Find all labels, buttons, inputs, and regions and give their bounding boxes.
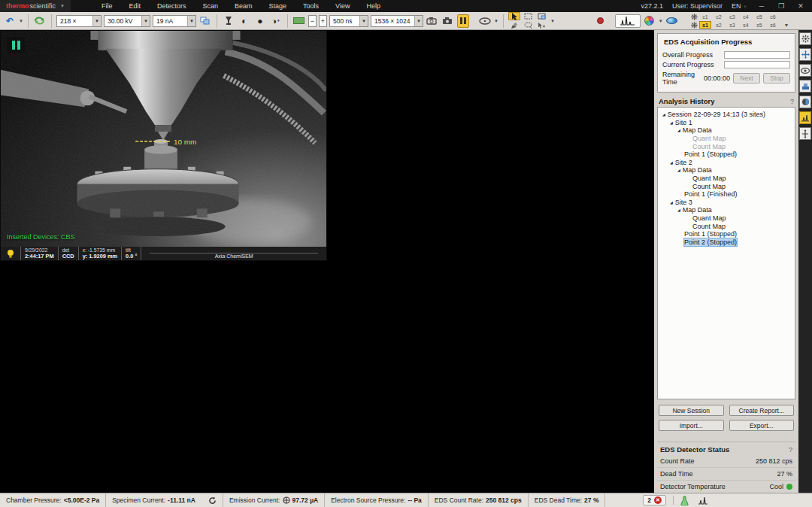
chamber-camera-image[interactable]: 10 mm	[1, 31, 326, 247]
tree-item-quantmap[interactable]: Quant Map	[659, 214, 793, 223]
menu-help[interactable]: Help	[358, 0, 389, 12]
eds-spectrum-button[interactable]	[615, 14, 641, 28]
error-counter[interactable]: 2 ✕	[643, 495, 666, 505]
high-voltage-dropdown[interactable]: 30.00 kV▼	[104, 15, 150, 27]
new-session-button[interactable]: New Session	[659, 405, 724, 416]
tree-item-site1[interactable]: ◢Site 1	[659, 119, 793, 127]
chevron-down-icon[interactable]: ▼	[550, 19, 555, 23]
annotation-tool-icon[interactable]	[508, 21, 520, 29]
chevron-down-icon[interactable]: ▼	[494, 19, 498, 23]
stage-position-icon[interactable]	[799, 80, 811, 93]
menu-beam[interactable]: Beam	[226, 0, 261, 12]
create-report-button[interactable]: Create Report...	[729, 405, 795, 416]
preset-c2[interactable]: c2	[713, 13, 725, 20]
tree-item-mapdata[interactable]: ◢Map Data	[659, 126, 793, 135]
sample-cleanliness-icon[interactable]	[676, 493, 693, 507]
minimize-button[interactable]: ─	[756, 2, 767, 10]
beam-alignment-icon[interactable]	[799, 127, 811, 140]
beam-current-dropdown[interactable]: 19 nA▼	[153, 15, 196, 27]
menu-scan[interactable]: Scan	[195, 0, 227, 12]
preset-c1[interactable]: c1	[699, 13, 711, 20]
data-storage-icon[interactable]	[478, 14, 492, 28]
brightness-icon[interactable]: ●	[253, 14, 267, 28]
chevron-down-icon[interactable]: ▼	[780, 21, 792, 29]
menu-stage[interactable]: Stage	[261, 0, 295, 12]
refresh-icon[interactable]	[208, 496, 217, 505]
dwell-minus-button[interactable]: −	[308, 15, 317, 27]
snapshot-icon[interactable]	[441, 14, 455, 28]
eye-navigation-icon[interactable]	[799, 64, 811, 77]
preset-c6[interactable]: c6	[767, 13, 779, 20]
preset-s2[interactable]: s2	[713, 21, 725, 29]
preset-c4[interactable]: c4	[740, 13, 752, 20]
current-progress-bar	[724, 61, 790, 68]
tree-item-quantmap[interactable]: Quant Map	[659, 175, 793, 183]
import-button[interactable]: Import...	[659, 420, 724, 431]
eds-spectrum-panel-icon[interactable]	[799, 111, 811, 124]
language-select[interactable]: EN ▼	[732, 2, 747, 10]
scan-preset-icon[interactable]	[292, 14, 306, 28]
thermoscientific-logo[interactable]: thermo scientific ▼	[0, 0, 71, 12]
videoscope-icon[interactable]	[426, 14, 439, 28]
tree-item-session[interactable]: ◢Session 22-09-29 14:13 (3 sites)	[659, 111, 793, 119]
next-button[interactable]: Next	[733, 73, 760, 83]
undo-dropdown-caret[interactable]: ▼	[19, 19, 23, 23]
chevron-down-icon[interactable]: ▼	[659, 19, 663, 23]
preset-s1[interactable]: s1	[699, 21, 711, 29]
menu-tools[interactable]: Tools	[295, 0, 327, 12]
menu-detectors[interactable]: Detectors	[149, 0, 195, 12]
move-annotation-icon[interactable]	[535, 21, 547, 29]
spectrum-monitor-icon[interactable]	[693, 493, 713, 507]
dwell-time-dropdown[interactable]: 500 ns▼	[329, 15, 368, 27]
reduced-area-icon[interactable]	[535, 12, 547, 20]
tree-item-site2[interactable]: ◢Site 2	[659, 159, 793, 167]
detector-settings-icon[interactable]	[198, 14, 212, 28]
chemisem-settings-icon[interactable]	[799, 32, 811, 45]
maximize-button[interactable]: ❒	[776, 2, 786, 10]
dwell-plus-button[interactable]: +	[319, 15, 327, 27]
preset-s6[interactable]: s6	[767, 21, 779, 29]
resolution-dropdown[interactable]: 1536 × 1024▼	[371, 15, 423, 27]
help-icon[interactable]: ?	[790, 97, 794, 105]
menu-edit[interactable]: Edit	[121, 0, 150, 12]
menu-file[interactable]: File	[93, 0, 121, 12]
auto-contrast-brightness-icon[interactable]: ◑+	[269, 14, 283, 28]
beam-wakeup-icon[interactable]	[33, 14, 47, 28]
lasso-tool-icon[interactable]	[522, 21, 534, 29]
gear-icon[interactable]	[691, 22, 698, 29]
preset-s3[interactable]: s3	[726, 21, 738, 29]
tree-item-mapdata[interactable]: ◢Map Data	[659, 166, 793, 175]
preset-c3[interactable]: c3	[726, 13, 738, 20]
undo-button[interactable]: ↶	[3, 14, 17, 28]
tree-item-point-selected[interactable]: Point 2 (Stopped)	[659, 238, 793, 247]
lens-alignment-icon[interactable]	[665, 14, 679, 28]
pause-acquisition-button[interactable]	[457, 14, 469, 28]
tree-item-point[interactable]: Point 1 (Stopped)	[659, 150, 793, 159]
help-icon[interactable]: ?	[789, 445, 792, 454]
tree-item-countmap[interactable]: Count Map	[659, 142, 793, 150]
menu-view[interactable]: View	[327, 0, 358, 12]
stop-button[interactable]: Stop	[763, 73, 790, 83]
selection-rectangle-icon[interactable]	[522, 12, 534, 20]
close-button[interactable]: ✕	[795, 2, 806, 10]
tree-item-point[interactable]: Point 1 (Finished)	[659, 190, 793, 199]
preset-s5[interactable]: s5	[753, 21, 765, 29]
export-button[interactable]: Export...	[729, 420, 795, 431]
tree-item-countmap[interactable]: Count Map	[659, 182, 793, 190]
tree-item-quantmap[interactable]: Quant Map	[659, 135, 793, 143]
record-movie-icon[interactable]	[594, 14, 607, 28]
tree-item-site3[interactable]: ◢Site 3	[659, 199, 793, 207]
gear-icon[interactable]	[691, 14, 698, 20]
tree-item-point[interactable]: Point 1 (Stopped)	[659, 230, 793, 238]
stage-move-icon[interactable]	[799, 48, 811, 61]
contrast-icon[interactable]: ◐	[238, 14, 251, 28]
magnification-dropdown[interactable]: 218 ×▼	[56, 15, 102, 27]
preset-s4[interactable]: s4	[740, 21, 752, 29]
pointer-tool-icon[interactable]	[508, 12, 520, 20]
beam-on-icon[interactable]	[222, 14, 235, 28]
preset-c5[interactable]: c5	[753, 13, 765, 20]
detector-mode-icon[interactable]	[799, 96, 811, 108]
tree-item-countmap[interactable]: Count Map	[659, 222, 793, 230]
tree-item-mapdata[interactable]: ◢Map Data	[659, 206, 793, 214]
chemisem-color-icon[interactable]	[643, 14, 656, 28]
